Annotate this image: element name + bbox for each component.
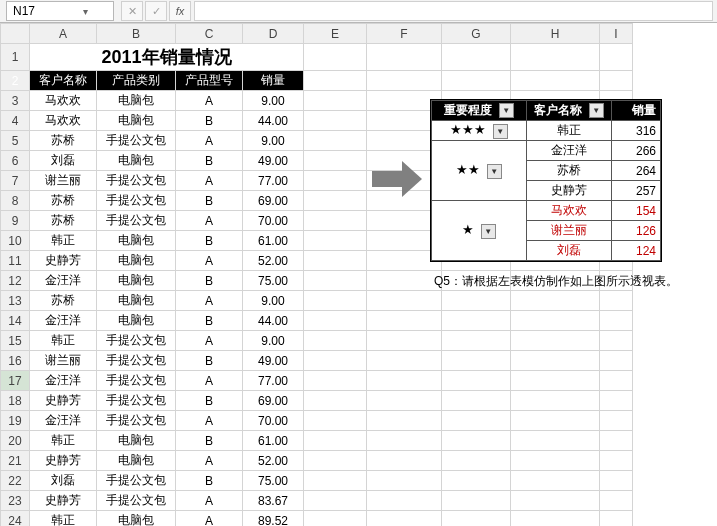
cell[interactable]: 手提公文包 [97,411,176,431]
cell[interactable] [511,491,600,511]
cell[interactable] [304,191,367,211]
select-all-corner[interactable] [1,24,30,44]
cell[interactable]: 9.00 [243,131,304,151]
cell[interactable] [304,271,367,291]
cancel-button[interactable]: ✕ [121,1,143,21]
cell[interactable] [367,411,442,431]
pivot-importance-cell[interactable]: ★ ▼ [432,201,527,261]
cell[interactable] [600,391,633,411]
cell[interactable]: 83.67 [243,491,304,511]
filter-dropdown-icon[interactable]: ▼ [493,124,508,139]
cell[interactable] [304,91,367,111]
pivot-header[interactable]: 销量 [612,101,661,121]
cell[interactable]: 金汪洋 [30,371,97,391]
row-header[interactable]: 7 [1,171,30,191]
cell[interactable]: 手提公文包 [97,371,176,391]
pivot-header[interactable]: 重要程度 ▼ [432,101,527,121]
cell[interactable] [304,371,367,391]
cell[interactable] [442,411,511,431]
cell[interactable]: 电脑包 [97,511,176,527]
cell[interactable]: 电脑包 [97,251,176,271]
table-header-cell[interactable]: 产品型号 [176,71,243,91]
pivot-customer-cell[interactable]: 金汪洋 [527,141,612,161]
name-box-dropdown-icon[interactable]: ▾ [61,6,109,17]
cell[interactable] [442,491,511,511]
filter-dropdown-icon[interactable]: ▼ [589,103,604,118]
filter-dropdown-icon[interactable]: ▼ [499,103,514,118]
cell[interactable] [367,431,442,451]
title-cell[interactable]: 2011年销量情况 [30,44,304,71]
cell[interactable]: 75.00 [243,271,304,291]
column-header[interactable]: H [511,24,600,44]
cell[interactable] [511,371,600,391]
cell[interactable] [511,391,600,411]
cell[interactable]: A [176,171,243,191]
pivot-qty-cell[interactable]: 266 [612,141,661,161]
cell[interactable] [600,44,633,71]
cell[interactable] [600,71,633,91]
cell[interactable] [367,291,442,311]
pivot-qty-cell[interactable]: 154 [612,201,661,221]
cell[interactable]: 61.00 [243,431,304,451]
row-header[interactable]: 20 [1,431,30,451]
cell[interactable] [304,44,367,71]
cell[interactable]: A [176,251,243,271]
cell[interactable] [304,71,367,91]
cell[interactable] [442,331,511,351]
cell[interactable]: 手提公文包 [97,471,176,491]
cell[interactable] [600,311,633,331]
cell[interactable]: 苏桥 [30,211,97,231]
cell[interactable] [367,511,442,527]
pivot-qty-cell[interactable]: 257 [612,181,661,201]
cell[interactable] [600,291,633,311]
cell[interactable]: 韩正 [30,431,97,451]
cell[interactable] [367,331,442,351]
cell[interactable]: 9.00 [243,91,304,111]
cell[interactable] [511,411,600,431]
cell[interactable]: A [176,451,243,471]
cell[interactable] [304,251,367,271]
column-header[interactable]: F [367,24,442,44]
cell[interactable] [511,311,600,331]
cell[interactable]: 77.00 [243,171,304,191]
cell[interactable]: 手提公文包 [97,191,176,211]
cell[interactable]: 52.00 [243,451,304,471]
cell[interactable]: 电脑包 [97,451,176,471]
row-header[interactable]: 6 [1,151,30,171]
cell[interactable]: 苏桥 [30,131,97,151]
cell[interactable] [600,491,633,511]
cell[interactable]: 手提公文包 [97,491,176,511]
pivot-customer-cell[interactable]: 谢兰丽 [527,221,612,241]
cell[interactable]: 手提公文包 [97,171,176,191]
pivot-customer-cell[interactable]: 史静芳 [527,181,612,201]
cell[interactable]: 49.00 [243,351,304,371]
cell[interactable]: B [176,391,243,411]
cell[interactable] [442,431,511,451]
row-header[interactable]: 18 [1,391,30,411]
cell[interactable]: 金汪洋 [30,271,97,291]
cell[interactable]: 电脑包 [97,91,176,111]
cell[interactable] [304,431,367,451]
row-header[interactable]: 12 [1,271,30,291]
cell[interactable]: B [176,271,243,291]
cell[interactable] [367,471,442,491]
column-header[interactable]: E [304,24,367,44]
cell[interactable]: B [176,111,243,131]
pivot-importance-cell[interactable]: ★★ ▼ [432,141,527,201]
cell[interactable]: 手提公文包 [97,131,176,151]
cell[interactable] [442,391,511,411]
row-header[interactable]: 11 [1,251,30,271]
column-header[interactable]: G [442,24,511,44]
cell[interactable] [442,71,511,91]
cell[interactable]: 史静芳 [30,451,97,471]
column-header[interactable]: A [30,24,97,44]
cell[interactable]: 52.00 [243,251,304,271]
cell[interactable] [600,371,633,391]
cell[interactable] [511,451,600,471]
formula-input[interactable] [194,1,713,21]
cell[interactable] [600,431,633,451]
cell[interactable] [367,491,442,511]
table-header-cell[interactable]: 产品类别 [97,71,176,91]
pivot-customer-cell[interactable]: 韩正 [527,121,612,141]
cell[interactable]: B [176,471,243,491]
